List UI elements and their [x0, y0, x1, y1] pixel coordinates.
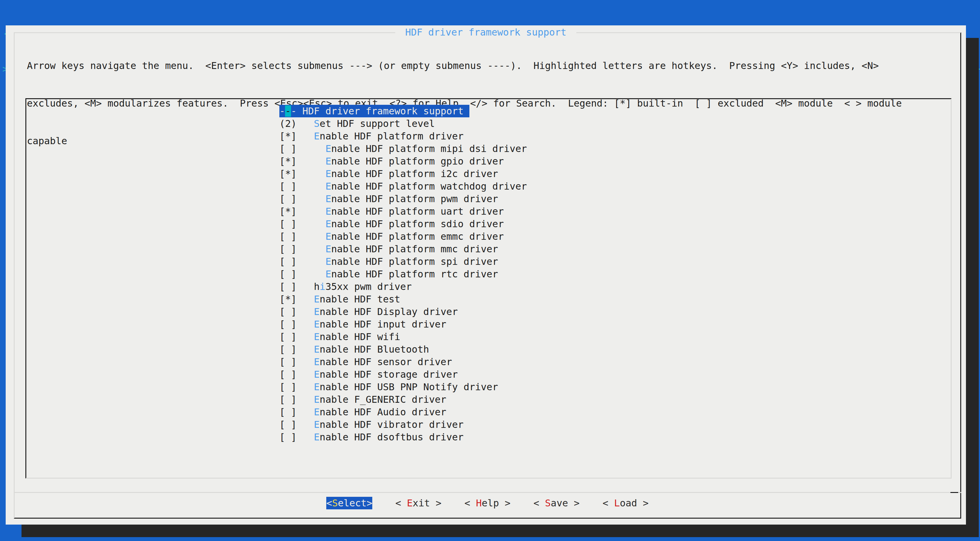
menu-item[interactable]: [ ] Enable HDF Bluetooth: [279, 343, 951, 355]
checkbox[interactable]: [ ]: [279, 369, 297, 380]
cursor-block: -: [285, 105, 291, 117]
checkbox[interactable]: [ ]: [279, 281, 297, 292]
help-button[interactable]: < Help >: [464, 497, 510, 509]
menu-item[interactable]: [ ] Enable HDF input driver: [279, 318, 951, 330]
button-bar: <Select>< Exit >< Help >< Save >< Load >: [14, 497, 961, 509]
checkbox[interactable]: [ ]: [279, 331, 297, 343]
hotkey-letter: E: [325, 155, 331, 167]
checkbox[interactable]: [ ]: [279, 406, 297, 418]
checkbox[interactable]: [ ]: [279, 432, 297, 443]
menu-item[interactable]: [ ] Enable HDF wifi: [279, 330, 951, 343]
hotkey-letter: E: [314, 369, 320, 380]
hotkey-letter: E: [325, 218, 331, 230]
hotkey-letter: S: [545, 497, 550, 509]
menu-item[interactable]: [ ] Enable HDF dsoftbus driver: [279, 431, 951, 443]
hotkey-letter: S: [332, 497, 337, 509]
hotkey-letter: E: [325, 181, 331, 192]
menu-item[interactable]: [ ] Enable HDF sensor driver: [279, 355, 951, 368]
checkbox[interactable]: [ ]: [279, 268, 297, 280]
checkbox[interactable]: [*]: [279, 206, 297, 217]
menu-item[interactable]: [*] Enable HDF platform gpio driver: [279, 155, 951, 168]
menu-item[interactable]: [ ] Enable HDF vibrator driver: [279, 418, 951, 431]
hotkey-letter: E: [314, 130, 320, 142]
save-button[interactable]: < Save >: [534, 497, 580, 509]
checkbox[interactable]: [ ]: [279, 319, 297, 330]
hotkey-letter: L: [614, 497, 620, 509]
checkbox[interactable]: [ ]: [279, 231, 297, 242]
hotkey-letter: E: [407, 497, 413, 509]
menu-item[interactable]: [ ] hi35xx pwm driver: [279, 280, 951, 293]
menu-item[interactable]: [ ] Enable HDF platform sdio driver: [279, 217, 951, 230]
menuconfig-dialog: HDF driver framework support Arrow keys …: [6, 25, 966, 525]
hotkey-letter: E: [325, 168, 331, 179]
menu-item[interactable]: [*] Enable HDF test: [279, 293, 951, 305]
hotkey-letter: E: [314, 381, 320, 393]
menu-item[interactable]: [*] Enable HDF platform i2c driver: [279, 168, 951, 180]
checkbox[interactable]: [ ]: [279, 394, 297, 405]
hotkey-letter: E: [325, 268, 331, 280]
hotkey-letter: E: [325, 143, 331, 154]
menu-item[interactable]: [*] Enable HDF platform uart driver: [279, 205, 951, 217]
menu-item[interactable]: [ ] Enable HDF USB PNP Notify driver: [279, 381, 951, 393]
hotkey-letter: E: [325, 193, 331, 205]
selection-bar[interactable]: --- HDF driver framework support: [279, 105, 469, 117]
checkbox[interactable]: [*]: [279, 155, 297, 167]
menu-item[interactable]: [ ] Enable HDF platform mipi dsi driver: [279, 143, 951, 155]
button-separator: [14, 492, 961, 493]
checkbox[interactable]: [ ]: [279, 193, 297, 205]
menu-item[interactable]: [ ] Enable HDF platform rtc driver: [279, 268, 951, 280]
hotkey-letter: E: [314, 344, 320, 355]
checkbox[interactable]: [ ]: [279, 356, 297, 368]
hotkey-letter: E: [314, 306, 320, 317]
checkbox[interactable]: [ ]: [279, 419, 297, 430]
menu-list-box: --- HDF driver framework support(2) Set …: [25, 98, 951, 479]
hotkey-letter: E: [325, 231, 331, 242]
hotkey-letter: E: [325, 243, 331, 255]
checkbox[interactable]: [ ]: [279, 243, 297, 255]
checkbox[interactable]: [ ]: [279, 256, 297, 267]
hotkey-letter: E: [314, 419, 320, 430]
menu-item[interactable]: [ ] Enable HDF platform mmc driver: [279, 243, 951, 255]
menu-item[interactable]: [ ] Enable HDF platform emmc driver: [279, 230, 951, 243]
dialog-title: HDF driver framework support: [395, 26, 576, 38]
load-button[interactable]: < Load >: [603, 497, 649, 509]
checkbox[interactable]: [*]: [279, 168, 297, 179]
checkbox[interactable]: [*]: [279, 294, 297, 305]
select-button[interactable]: <Select>: [326, 497, 372, 509]
help-line-1: Arrow keys navigate the menu. <Enter> se…: [27, 59, 902, 72]
checkbox[interactable]: [*]: [279, 130, 297, 142]
hotkey-letter: E: [314, 294, 320, 305]
exit-button[interactable]: < Exit >: [395, 497, 441, 509]
checkbox[interactable]: [ ]: [279, 381, 297, 393]
hotkey-letter: E: [325, 206, 331, 217]
hotkey-letter: E: [314, 331, 320, 343]
checkbox[interactable]: [ ]: [279, 218, 297, 230]
hotkey-letter: E: [314, 432, 320, 443]
hotkey-letter: S: [314, 118, 320, 129]
menu-item[interactable]: [ ] Enable HDF storage driver: [279, 368, 951, 381]
menu-item[interactable]: (2) Set HDF support level: [279, 117, 951, 130]
hotkey-letter: E: [314, 406, 320, 418]
menu-item[interactable]: [ ] Enable HDF platform pwm driver: [279, 193, 951, 205]
hotkey-letter: H: [476, 497, 482, 509]
hotkey-letter: E: [325, 256, 331, 267]
checkbox[interactable]: [ ]: [279, 344, 297, 355]
hotkey-letter: E: [314, 319, 320, 330]
menu-item[interactable]: [ ] Enable HDF platform watchdog driver: [279, 180, 951, 193]
value-field[interactable]: (2): [279, 118, 297, 129]
hotkey-letter: E: [314, 356, 320, 368]
hotkey-letter: E: [314, 394, 320, 405]
separator-dark-tip: [950, 492, 958, 493]
menu-item[interactable]: [ ] Enable HDF Audio driver: [279, 406, 951, 418]
menu-item[interactable]: [ ] Enable F_GENERIC driver: [279, 393, 951, 406]
menu-list[interactable]: --- HDF driver framework support(2) Set …: [26, 99, 951, 478]
checkbox[interactable]: [ ]: [279, 181, 297, 192]
hotkey-letter: i: [320, 281, 325, 292]
menu-item-selected[interactable]: --- HDF driver framework support: [279, 105, 951, 117]
menu-item[interactable]: [ ] Enable HDF Display driver: [279, 305, 951, 318]
menu-item[interactable]: [ ] Enable HDF platform spi driver: [279, 255, 951, 268]
menu-item[interactable]: [*] Enable HDF platform driver: [279, 130, 951, 143]
checkbox[interactable]: [ ]: [279, 143, 297, 154]
checkbox[interactable]: [ ]: [279, 306, 297, 317]
